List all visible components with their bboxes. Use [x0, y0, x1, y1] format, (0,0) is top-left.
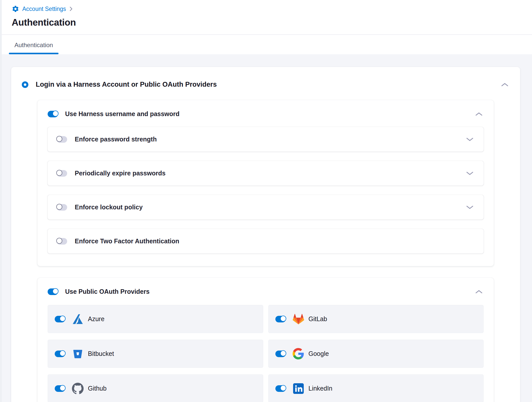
toggle-knob: [280, 316, 286, 322]
provider-row-azure: Azure: [48, 305, 263, 333]
chevron-right-icon: [69, 6, 73, 12]
expand-password-strength-button[interactable]: [465, 136, 474, 142]
chevron-up-icon: [475, 112, 483, 116]
option-label: Enforce lockout policy: [75, 204, 143, 211]
toggle-knob: [56, 136, 62, 142]
harness-group-label: Use Harness username and password: [65, 110, 180, 118]
provider-name: Github: [88, 385, 107, 392]
toggle-knob: [52, 111, 59, 117]
radio-dot: [24, 83, 26, 86]
toggle-knob: [280, 385, 286, 391]
collapse-harness-group-button[interactable]: [474, 111, 484, 117]
provider-row-gitlab: GitLab: [268, 305, 484, 333]
collapse-oauth-group-button[interactable]: [474, 289, 484, 295]
password-strength-toggle[interactable]: [57, 136, 67, 143]
content-area: Login via a Harness Account or Public OA…: [0, 54, 532, 402]
tab-label: Authentication: [14, 42, 53, 48]
provider-name: Bitbucket: [88, 350, 114, 357]
tab-bar: Authentication: [0, 34, 532, 54]
toggle-knob: [56, 170, 62, 176]
oauth-provider-grid: Azure G: [48, 305, 484, 402]
expire-passwords-toggle[interactable]: [57, 170, 67, 177]
google-icon: [292, 348, 305, 360]
harness-login-toggle[interactable]: [48, 111, 58, 117]
linkedin-toggle[interactable]: [275, 385, 286, 392]
gitlab-icon: [292, 313, 305, 325]
tab-authentication[interactable]: Authentication: [9, 35, 59, 54]
page-title: Authentication: [12, 17, 520, 28]
option-row-two-factor: Enforce Two Factor Authentication: [48, 229, 484, 253]
harness-group-header: Use Harness username and password: [48, 110, 484, 118]
azure-toggle[interactable]: [55, 316, 65, 322]
provider-name: LinkedIn: [309, 385, 333, 392]
oauth-providers-group: Use Public OAuth Providers Azure: [37, 278, 494, 402]
chevron-down-icon: [466, 205, 473, 209]
linkedin-icon: [292, 382, 305, 395]
provider-row-google: Google: [268, 340, 484, 368]
provider-row-linkedin: LinkedIn: [268, 374, 484, 402]
google-toggle[interactable]: [275, 351, 286, 357]
provider-name: Azure: [88, 315, 104, 323]
bitbucket-toggle[interactable]: [55, 351, 65, 357]
toggle-knob: [56, 204, 62, 210]
option-row-lockout-policy: Enforce lockout policy: [48, 195, 484, 220]
option-label: Periodically expire passwords: [75, 170, 166, 177]
section-title: Login via a Harness Account or Public OA…: [36, 81, 217, 88]
option-row-password-strength: Enforce password strength: [48, 127, 484, 152]
toggle-knob: [56, 238, 62, 244]
gear-icon-svg: [12, 5, 19, 13]
oauth-providers-toggle[interactable]: [48, 288, 58, 295]
option-row-expire-passwords: Periodically expire passwords: [48, 161, 484, 186]
login-method-section-header: Login via a Harness Account or Public OA…: [22, 81, 509, 88]
provider-name: GitLab: [309, 315, 327, 323]
gear-icon[interactable]: [12, 5, 19, 13]
breadcrumb: Account Settings: [12, 5, 520, 13]
github-toggle[interactable]: [55, 385, 65, 392]
collapse-section-button[interactable]: [500, 82, 509, 88]
chevron-up-icon: [475, 290, 483, 294]
chevron-down-icon: [466, 137, 473, 141]
chevron-down-icon: [466, 171, 473, 175]
github-icon: [72, 382, 84, 395]
harness-login-group: Use Harness username and password Enforc…: [37, 100, 494, 266]
active-tab-indicator: [9, 53, 59, 54]
option-label: Enforce password strength: [75, 136, 157, 143]
oauth-group-label: Use Public OAuth Providers: [65, 288, 149, 295]
oauth-group-header: Use Public OAuth Providers: [48, 288, 484, 295]
auth-mechanisms-card: Login via a Harness Account or Public OA…: [11, 67, 520, 402]
bitbucket-icon: [72, 348, 84, 360]
option-label: Enforce Two Factor Authentication: [75, 237, 179, 245]
expand-lockout-policy-button[interactable]: [465, 204, 474, 210]
breadcrumb-link-account-settings[interactable]: Account Settings: [22, 6, 66, 12]
gitlab-toggle[interactable]: [275, 316, 286, 322]
login-method-radio[interactable]: [22, 81, 28, 88]
toggle-knob: [60, 316, 66, 322]
lockout-policy-toggle[interactable]: [57, 204, 67, 211]
toggle-knob: [280, 350, 286, 356]
provider-row-github: Github: [48, 374, 263, 402]
azure-icon: [72, 313, 84, 325]
page-header: Account Settings Authentication: [0, 0, 532, 28]
provider-name: Google: [309, 350, 329, 357]
provider-row-bitbucket: Bitbucket: [48, 340, 263, 368]
toggle-knob: [60, 350, 66, 356]
toggle-knob: [60, 385, 66, 391]
chevron-up-icon: [501, 83, 508, 87]
two-factor-toggle[interactable]: [57, 238, 67, 245]
expand-expire-passwords-button[interactable]: [465, 170, 474, 176]
nav-edge-strip: [0, 0, 2, 402]
toggle-knob: [52, 288, 59, 294]
